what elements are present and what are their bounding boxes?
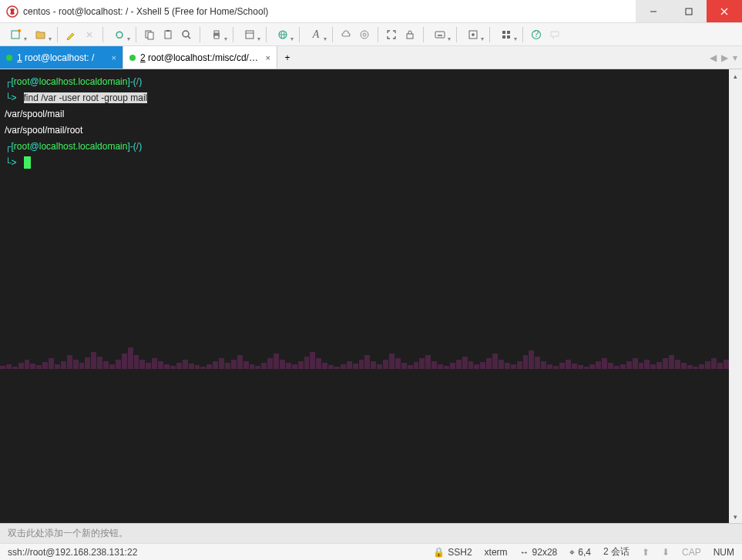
tab-close-icon[interactable]: × — [112, 53, 116, 62]
selected-text: find /var -user root -group mail — [24, 92, 148, 103]
svg-rect-36 — [502, 35, 505, 39]
svg-rect-34 — [502, 31, 505, 34]
scrollbar[interactable]: ▴ ▾ — [729, 69, 742, 523]
svg-line-13 — [188, 36, 190, 39]
lock-button[interactable] — [401, 26, 418, 43]
svg-rect-25 — [435, 32, 445, 38]
window-title: centos - root@localhost: / - Xshell 5 (F… — [23, 6, 636, 17]
status-size: ↔ 92x28 — [520, 547, 558, 558]
tab-session-1[interactable]: 1 root@localhost: / × — [0, 46, 123, 69]
quickbutton-hint[interactable]: 双击此处添加一个新的按钮。 — [0, 523, 742, 543]
svg-rect-37 — [507, 35, 510, 39]
tab-session-2[interactable]: 2 root@localhost:/misc/cd/Pa... × — [123, 46, 277, 69]
svg-rect-2 — [686, 8, 692, 15]
scroll-down-icon[interactable]: ▾ — [729, 510, 742, 523]
svg-rect-24 — [407, 34, 413, 39]
tab-next-icon[interactable]: ▶ — [721, 52, 728, 63]
tab-add-button[interactable]: + — [277, 46, 297, 69]
svg-rect-15 — [214, 31, 219, 33]
add-panel-button[interactable] — [462, 26, 485, 43]
svg-point-23 — [363, 33, 366, 36]
tab-label: 2 root@localhost:/misc/cd/Pa... — [140, 52, 261, 63]
svg-rect-10 — [165, 31, 171, 39]
cloud-button[interactable] — [337, 26, 354, 43]
disconnect-button[interactable] — [81, 26, 98, 43]
scroll-track[interactable] — [729, 82, 742, 510]
status-dot-icon — [129, 55, 136, 61]
app-icon — [6, 5, 18, 18]
svg-text:?: ? — [534, 29, 539, 39]
find-button[interactable] — [178, 26, 195, 43]
paste-button[interactable] — [159, 26, 176, 43]
status-term: xterm — [485, 547, 508, 558]
svg-rect-16 — [214, 35, 219, 39]
statusbar: ssh://root@192.168.238.131:22 🔒SSH2 xter… — [0, 543, 742, 560]
tab-prev-icon[interactable]: ◀ — [710, 52, 717, 63]
cursor — [24, 156, 31, 169]
tab-label: 1 root@localhost: / — [17, 52, 107, 63]
svg-rect-5 — [12, 31, 19, 39]
globe-button[interactable] — [271, 26, 294, 43]
fullscreen-button[interactable] — [383, 26, 400, 43]
svg-rect-17 — [246, 31, 253, 39]
status-proto: 🔒SSH2 — [433, 547, 472, 558]
print-button[interactable] — [205, 26, 228, 43]
titlebar: centos - root@localhost: / - Xshell 5 (F… — [0, 0, 742, 23]
reconnect-button[interactable] — [108, 26, 131, 43]
tab-menu-icon[interactable]: ▾ — [733, 52, 737, 63]
keyboard-button[interactable] — [428, 26, 452, 43]
visualizer — [0, 337, 729, 369]
feedback-button[interactable] — [546, 26, 563, 43]
status-sessions: 2 会话 — [603, 545, 630, 558]
status-connection: ssh://root@192.168.238.131:22 — [8, 547, 421, 558]
terminal[interactable]: ┌[root@localhost.localdomain]-(/) └> fin… — [0, 69, 729, 523]
status-num: NUM — [713, 547, 734, 558]
close-button[interactable] — [707, 0, 742, 22]
target-button[interactable] — [356, 26, 373, 43]
copy-button[interactable] — [141, 26, 158, 43]
svg-rect-9 — [148, 32, 153, 39]
lock-icon: 🔒 — [433, 547, 445, 558]
cursor-pos-icon: ⌖ — [569, 547, 575, 558]
status-cap: CAP — [682, 547, 701, 558]
arrow-down-icon: ⬇ — [662, 547, 670, 558]
properties-button[interactable] — [238, 26, 261, 43]
open-button[interactable] — [29, 26, 52, 43]
arrow-up-icon: ⬆ — [642, 547, 650, 558]
new-session-button[interactable] — [5, 26, 28, 43]
resize-icon: ↔ — [520, 547, 529, 558]
tab-nav: ◀ ▶ ▾ — [705, 46, 742, 69]
toolbar: A ? — [0, 23, 742, 46]
minimize-button[interactable] — [636, 0, 671, 22]
svg-rect-11 — [166, 30, 170, 32]
status-dot-icon — [6, 55, 12, 61]
svg-point-12 — [183, 31, 189, 37]
svg-rect-35 — [507, 31, 510, 34]
layout-button[interactable] — [495, 26, 518, 43]
highlight-button[interactable] — [62, 26, 79, 43]
status-pos: ⌖ 6,4 — [569, 547, 591, 558]
scroll-up-icon[interactable]: ▴ — [729, 69, 742, 82]
tabbar: 1 root@localhost: / × 2 root@localhost:/… — [0, 46, 742, 69]
font-button[interactable]: A — [304, 26, 327, 43]
help-button[interactable]: ? — [528, 26, 545, 43]
svg-point-22 — [361, 31, 368, 39]
tab-close-icon[interactable]: × — [266, 53, 270, 62]
maximize-button[interactable] — [671, 0, 707, 22]
terminal-wrap: ┌[root@localhost.localdomain]-(/) └> fin… — [0, 69, 742, 523]
